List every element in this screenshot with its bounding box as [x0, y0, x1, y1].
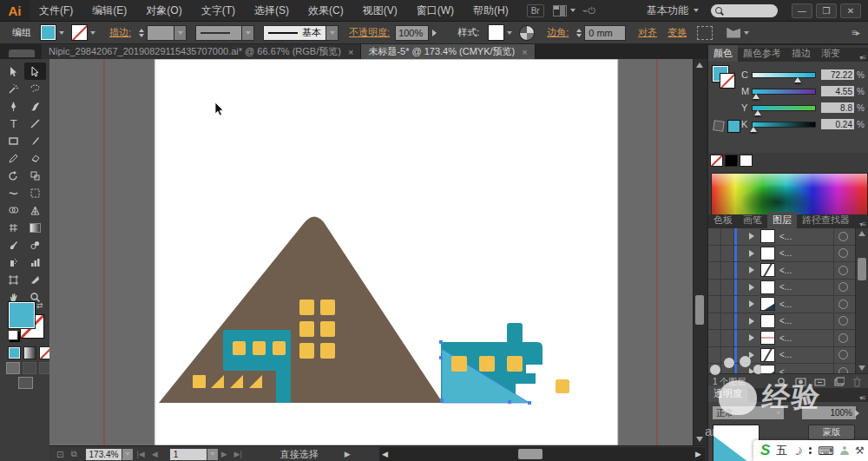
stroke-weight-caret[interactable] — [174, 25, 187, 41]
none-swatch[interactable] — [710, 155, 723, 167]
layers-scroll-up-icon[interactable] — [858, 231, 865, 236]
arrange-caret-icon[interactable] — [570, 9, 575, 12]
target-circle-icon[interactable] — [838, 333, 848, 343]
line-segment-tool[interactable] — [24, 115, 46, 132]
draw-behind-button[interactable] — [23, 362, 36, 374]
search-input[interactable] — [711, 4, 778, 17]
layer-name[interactable]: <... — [779, 282, 838, 292]
layer-thumbnail[interactable] — [760, 263, 775, 277]
locate-object-icon[interactable] — [777, 377, 787, 387]
visibility-cell[interactable] — [708, 280, 721, 296]
pen-tool[interactable] — [3, 97, 24, 115]
lock-cell[interactable] — [721, 347, 734, 364]
expand-arrow-icon[interactable] — [749, 300, 754, 307]
lock-cell[interactable] — [721, 228, 734, 245]
expand-arrow-icon[interactable] — [749, 318, 754, 325]
stroke-panel-link[interactable]: 描边: — [109, 26, 131, 39]
scroll-right-icon[interactable]: ▶ — [695, 450, 701, 458]
stroke-caret-icon[interactable] — [90, 31, 95, 35]
layer-name[interactable]: <... — [779, 232, 838, 241]
align-link[interactable]: 对齐 — [638, 26, 657, 39]
transform-link[interactable]: 变换 — [667, 26, 687, 39]
next-artboard-icon[interactable]: ▶ — [221, 450, 227, 458]
default-fill-stroke-icon[interactable] — [8, 330, 18, 340]
corner-link[interactable]: 边角: — [547, 26, 569, 39]
lock-cell[interactable] — [721, 246, 734, 262]
layer-name[interactable]: <... — [779, 266, 838, 275]
lasso-tool[interactable] — [24, 80, 46, 97]
menu-object[interactable]: 对象(O) — [136, 0, 191, 21]
close-tab-icon[interactable]: × — [348, 47, 353, 57]
layers-scrollbar[interactable] — [855, 228, 868, 373]
sogou-logo[interactable]: S — [760, 442, 770, 459]
menu-view[interactable]: 视图(V) — [353, 0, 407, 21]
lock-cell[interactable] — [721, 313, 734, 330]
tab-layers[interactable]: 图层 — [767, 212, 797, 228]
artboard-number-box[interactable]: 1 — [170, 449, 207, 460]
channel-slider-thumb[interactable] — [794, 77, 801, 82]
black-swatch[interactable] — [725, 155, 738, 167]
isolate-object-icon[interactable] — [697, 26, 713, 40]
visibility-cell[interactable] — [708, 347, 721, 364]
target-circle-icon[interactable] — [838, 282, 848, 292]
clipping-mask-icon[interactable] — [795, 377, 806, 387]
layer-name[interactable]: <... — [779, 248, 838, 258]
vertical-scroll-thumb[interactable] — [695, 295, 704, 325]
profile-icon[interactable] — [840, 446, 849, 455]
draw-normal-button[interactable] — [6, 362, 20, 374]
make-mask-button[interactable]: 蒙版 — [808, 425, 855, 440]
stroke-weight-stepper[interactable] — [139, 29, 144, 37]
moon-icon[interactable]: ☾ — [792, 443, 806, 458]
opacity-value[interactable]: 100% — [395, 25, 429, 41]
stroke-weight-value[interactable] — [147, 25, 174, 41]
opacity-link[interactable]: 不透明度: — [349, 26, 390, 39]
layer-row[interactable]: <... — [708, 347, 868, 365]
layer-thumbnail[interactable] — [760, 247, 775, 260]
delete-layer-icon[interactable] — [852, 377, 862, 387]
corner-stepper[interactable] — [576, 29, 582, 37]
channel-value[interactable]: 0.24 — [821, 119, 854, 129]
tab-gradient[interactable]: 渐变 — [816, 45, 845, 62]
layer-row[interactable]: <... — [708, 330, 868, 347]
scroll-down-icon[interactable] — [696, 437, 703, 442]
gradient-button[interactable] — [23, 346, 36, 359]
out-of-gamut-icon[interactable] — [713, 120, 725, 132]
tab-pathfinder[interactable]: 路径查找器 — [797, 212, 855, 228]
menu-select[interactable]: 选择(S) — [245, 0, 299, 21]
magic-wand-tool[interactable] — [3, 80, 24, 97]
panel-menu-icon[interactable]: ▾≡ — [859, 54, 868, 62]
document-tab-2[interactable]: 未标题-5* @ 173.4% (CMYK/预览) × — [361, 44, 535, 59]
free-transform-tool[interactable] — [24, 184, 46, 201]
fill-indicator-swatch[interactable] — [8, 301, 36, 329]
restore-button[interactable]: ❐ — [816, 3, 837, 18]
layer-thumbnail[interactable] — [760, 331, 775, 345]
layer-thumbnail[interactable] — [760, 280, 775, 294]
ime-toolbar[interactable]: S 五 ☾ ⌨ ⚒ — [753, 440, 868, 461]
layers-scroll-down-icon[interactable] — [858, 366, 865, 371]
swap-fill-stroke-icon[interactable]: ⇄ — [36, 301, 43, 310]
export-icon[interactable]: ⧉ — [70, 449, 76, 459]
channel-slider[interactable] — [752, 89, 816, 95]
minimize-button[interactable]: — — [792, 3, 812, 18]
visibility-cell[interactable] — [708, 296, 721, 313]
new-sublayer-icon[interactable] — [814, 377, 825, 387]
stroke-color-swatch[interactable] — [71, 24, 88, 41]
shape-options-caret[interactable] — [744, 31, 749, 35]
target-circle-icon[interactable] — [838, 266, 848, 275]
symbol-sprayer-tool[interactable] — [3, 254, 24, 271]
visibility-cell[interactable] — [708, 262, 721, 279]
fill-color-swatch[interactable] — [40, 24, 56, 41]
layers-scroll-thumb[interactable] — [858, 258, 866, 280]
layer-row[interactable]: <... — [708, 228, 868, 246]
expand-arrow-icon[interactable] — [749, 284, 754, 291]
column-graph-tool[interactable] — [24, 254, 46, 271]
tab-stroke[interactable]: 描边 — [786, 45, 816, 62]
toolbar-gripper[interactable] — [9, 49, 35, 57]
bridge-button[interactable]: Br — [527, 4, 544, 17]
brush-caret[interactable] — [326, 25, 339, 41]
cs-live-icon[interactable]: ⌁⏻ — [582, 5, 596, 16]
blend-mode-dropdown[interactable]: 正常 — [713, 406, 784, 419]
channel-slider[interactable] — [752, 105, 816, 111]
channel-value[interactable]: 4.55 — [821, 86, 854, 96]
close-button[interactable]: ✕ — [840, 3, 861, 18]
